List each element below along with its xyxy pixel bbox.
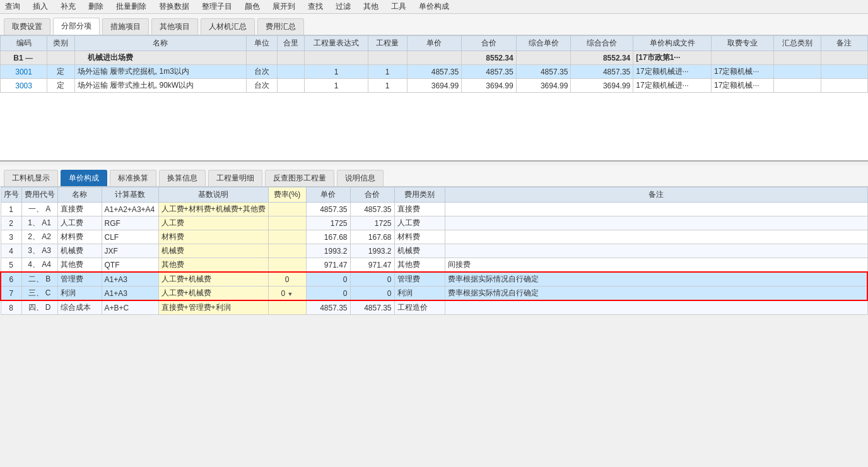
cell-base-4: QTF [102,258,158,273]
menu-find[interactable]: 查找 [305,1,326,13]
cell-total-4: 971.47 [350,258,394,273]
th-expr: 工程量表达式 [305,36,368,51]
cell-category-1: 人工费 [394,216,445,230]
menu-batch-delete[interactable]: 批量删除 [114,1,149,13]
cell-code-3: 3、 A3 [21,244,57,258]
cell-r1-sum [774,65,821,79]
bth-total: 合价 [350,187,394,203]
menu-other[interactable]: 其他 [361,1,381,13]
tab-desc-info[interactable]: 说明信息 [337,170,384,186]
cell-b1-cat [47,51,74,65]
tab-other-items[interactable]: 其他项目 [151,18,198,35]
menu-organize[interactable]: 整理子目 [199,1,235,13]
cell-rate-6[interactable]: 0 ▼ [268,287,306,301]
cell-remark-4: 间接费 [445,258,867,273]
bth-name: 名称 [57,187,102,203]
bottom-table-row-2[interactable]: 21、 A1人工费RGF人工费17251725人工费 [1,216,867,230]
cell-b1-unit [246,51,277,65]
cell-rate-5[interactable]: 0 [268,272,306,287]
bottom-table-row-4[interactable]: 43、 A3机械费JXF机械费1993.21993.2机械费 [1,244,867,258]
menubar: 查询 插入 补充 删除 批量删除 替换数据 整理子目 颜色 展开到 查找 过滤 … [0,0,868,14]
cell-r2-unit: 台次 [246,79,277,93]
th-unit: 单位 [246,36,277,51]
cell-name-5: 管理费 [57,272,102,287]
cell-price-5: 0 [306,272,350,287]
table-row-b1[interactable]: B1 — 机械进出场费 8552.34 8552.34 [17市政第1··· [1,51,868,65]
bth-base-desc: 基数说明 [158,187,268,203]
th-code: 编码 [1,36,47,51]
bottom-table-header: 序号 费用代号 名称 计算基数 基数说明 费率(%) 单价 合价 费用类别 备注 [1,187,867,203]
cell-rate-0[interactable] [268,203,306,216]
cell-b1-label: B1 — [1,51,47,65]
tab-reverse-query[interactable]: 反查图形工程量 [265,170,334,186]
cell-category-3: 机械费 [394,244,445,258]
cell-b1-expr [305,51,368,65]
bottom-table-row-5[interactable]: 54、 A4其他费QTF其他费971.47971.47其他费间接费 [1,258,867,273]
cell-category-4: 其他费 [394,258,445,273]
cell-code-0: 一、 A [21,203,57,216]
th-total: 合价 [462,36,517,51]
tab-measures[interactable]: 措施项目 [102,18,149,35]
menu-replace[interactable]: 替换数据 [156,1,192,13]
cell-price-1: 1725 [306,216,350,230]
bottom-table-row-6[interactable]: 6二、 B管理费A1+A3人工费+机械费000管理费费率根据实际情况自行确定 [1,272,867,287]
cell-category-0: 直接费 [394,203,445,216]
cell-rate-4[interactable] [268,258,306,273]
bottom-table-row-7[interactable]: 7三、 C利润A1+A3人工费+机械费0 ▼00利润费率根据实际情况自行确定 [1,287,867,301]
cell-seq-6: 7 [1,287,21,301]
cell-r2-cat: 定 [47,79,74,93]
cell-r2-file: 17定额机械进··· [633,79,712,93]
cell-desc-4: 其他费 [158,258,268,273]
cell-total-1: 1725 [350,216,394,230]
bth-base: 计算基数 [102,187,158,203]
cell-category-2: 材料费 [394,230,445,244]
menu-insert[interactable]: 插入 [30,1,50,13]
toolbar: 取费设置 分部分项 措施项目 其他项目 人材机汇总 费用汇总 [0,14,868,35]
menu-supplement[interactable]: 补充 [58,1,78,13]
tab-qty-detail[interactable]: 工程量明细 [208,170,262,186]
tab-labor-machine-display[interactable]: 工料机显示 [4,170,58,186]
table-row-1[interactable]: 3001 定 场外运输 履带式挖掘机, 1m3以内 台次 1 1 4857.35… [1,65,868,79]
tab-fee-summary[interactable]: 费用汇总 [257,18,304,35]
cell-desc-2: 材料费 [158,230,268,244]
bth-seq: 序号 [1,187,21,203]
cell-rate-2[interactable] [268,230,306,244]
cell-code-6: 三、 C [21,287,57,301]
cell-code-5: 二、 B [21,272,57,287]
cell-r1-price: 4857.35 [407,65,462,79]
top-table: 编码 类别 名称 单位 合里 工程量表达式 工程量 单价 合价 综合单价 综合合… [0,35,868,93]
menu-filter[interactable]: 过滤 [333,1,353,13]
tab-labor-material[interactable]: 人材机汇总 [201,18,255,35]
cell-r2-qty: 1 [368,79,407,93]
cell-r2-prof: 17定额机械··· [712,79,774,93]
bottom-table-row-3[interactable]: 32、 A2材料费CLF材料费167.68167.68材料费 [1,230,867,244]
bottom-table-row-1[interactable]: 1一、 A直接费A1+A2+A3+A4人工费+材料费+机械费+其他费4857.3… [1,203,867,216]
cell-rate-7[interactable] [268,300,306,315]
menu-expand[interactable]: 展开到 [270,1,298,13]
menu-query[interactable]: 查询 [3,1,23,13]
cell-total-2: 167.68 [350,230,394,244]
cell-r2-heli [278,79,305,93]
bottom-table-row-8[interactable]: 8四、 D综合成本A+B+C直接费+管理费+利润4857.354857.35工程… [1,300,867,315]
cell-total-3: 1993.2 [350,244,394,258]
menu-color[interactable]: 颜色 [242,1,262,13]
cell-rate-3[interactable] [268,244,306,258]
cell-total-0: 4857.35 [350,203,394,216]
tab-standard-calc[interactable]: 标准换算 [110,170,156,186]
tab-unit-price-comp[interactable]: 单价构成 [61,170,107,186]
cell-r2-expr: 1 [305,79,368,93]
cell-rate-1[interactable] [268,216,306,230]
menu-delete[interactable]: 删除 [86,1,106,13]
cell-b1-file: [17市政第1··· [633,51,712,65]
table-row-2[interactable]: 3003 定 场外运输 履带式推土机, 90kW以内 台次 1 1 3694.9… [1,79,868,93]
cell-seq-4: 5 [1,258,21,273]
menu-tools[interactable]: 工具 [389,1,409,13]
menu-unit-price[interactable]: 单价构成 [416,1,452,13]
cell-r1-file: 17定额机械进··· [633,65,712,79]
cell-r1-remark [821,65,867,79]
cell-desc-3: 机械费 [158,244,268,258]
tab-subitem[interactable]: 分部分项 [53,18,100,35]
cell-base-2: CLF [102,230,158,244]
tab-calc-info[interactable]: 换算信息 [159,170,206,186]
tab-fee-settings[interactable]: 取费设置 [4,18,50,35]
